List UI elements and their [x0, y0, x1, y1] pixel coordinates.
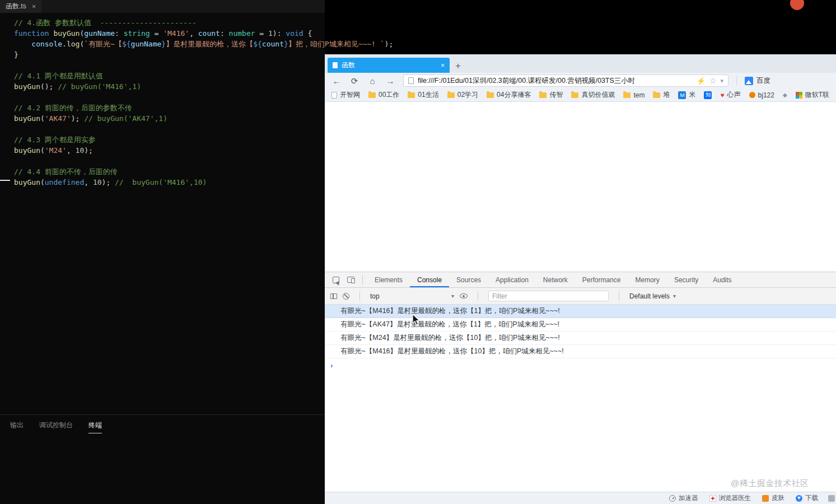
devtools-tab-audits[interactable]: Audits — [706, 272, 739, 287]
folder-icon — [623, 92, 630, 98]
console-output: 有眼光~【M416】是村里最靓的枪，送你【1】把，咱们P城来相见~~~!有眼光~… — [325, 305, 836, 492]
bookmark-item[interactable]: 微软T联 — [796, 90, 829, 100]
bookmark-item[interactable]: bj122 — [749, 91, 774, 99]
console-messages: 有眼光~【M416】是村里最靓的枪，送你【1】把，咱们P城来相见~~~!有眼光~… — [325, 305, 836, 358]
bookmark-item[interactable]: tem — [623, 91, 644, 99]
browser-tab[interactable]: 函数 × — [328, 58, 450, 73]
bookmark-item[interactable]: 01生活 — [408, 90, 438, 100]
devtools-tab-sources[interactable]: Sources — [449, 272, 488, 287]
baidu-icon — [745, 77, 753, 85]
statusbar-item-doctor[interactable]: 浏览器医生 — [709, 494, 751, 502]
inspect-element-icon[interactable] — [333, 277, 339, 283]
code-token: gunName — [131, 40, 162, 48]
code-line: buyGun('M24', 10); — [14, 145, 325, 156]
code-token: `有眼光~【 — [84, 40, 122, 48]
context-selector[interactable]: top ▾ — [370, 292, 454, 300]
bookmark-favicon-icon — [749, 92, 755, 98]
folder-icon — [368, 92, 376, 98]
bookmark-label: 堆 — [663, 90, 670, 100]
statusbar-label: 皮肤 — [772, 494, 784, 502]
devtools-tab-network[interactable]: Network — [536, 272, 575, 287]
browser-tab-title: 函数 — [342, 60, 437, 70]
bookmark-label: bj122 — [758, 91, 774, 99]
statusbar-more-icon[interactable] — [828, 495, 835, 502]
code-token: ); — [71, 114, 84, 123]
toolbar-separator — [736, 76, 737, 86]
code-line: function buyGun(gunName: string = 'M416'… — [14, 28, 325, 39]
code-token: buyGun — [14, 146, 40, 155]
console-prompt[interactable]: › — [325, 358, 836, 372]
bookmark-item[interactable]: 02学习 — [447, 90, 478, 100]
tab-close-icon[interactable]: × — [441, 62, 445, 69]
bookmark-label: 传智 — [549, 90, 563, 100]
bookmark-item[interactable]: ◆ — [783, 92, 787, 98]
code-token: count — [262, 40, 284, 48]
log-levels-selector[interactable]: Default levels ▾ — [629, 292, 676, 300]
statusbar-item-speed[interactable]: 加速器 — [669, 494, 698, 502]
url-text[interactable]: file:///F:/01Edu/01深圳/02.3前端/00.课程研发/00.… — [418, 76, 693, 86]
folder-icon — [447, 92, 455, 98]
devtools-tab-application[interactable]: Application — [488, 272, 536, 287]
code-token — [14, 40, 31, 48]
statusbar-label: 加速器 — [679, 494, 698, 502]
bookmark-item[interactable]: 知 — [704, 91, 712, 99]
code-token: 1 — [268, 29, 273, 38]
bookmark-item[interactable]: 真切价值观 — [571, 90, 615, 100]
address-dropdown-icon[interactable]: ▾ — [720, 77, 723, 85]
folder-icon — [408, 92, 415, 98]
address-bar[interactable]: file:///F:/01Edu/01深圳/02.3前端/00.课程研发/00.… — [403, 74, 728, 87]
code-line: } — [14, 49, 325, 60]
bookmark-item[interactable]: 传智 — [539, 90, 563, 100]
console-sidebar-icon[interactable] — [330, 293, 337, 299]
devtools-tab-performance[interactable]: Performance — [575, 272, 628, 287]
bookmark-item[interactable]: 开智网 — [331, 90, 360, 100]
code-token: // 4.3 两个都是用实参 — [14, 136, 96, 144]
bookmark-item[interactable]: M米 — [678, 90, 695, 100]
editor-tab[interactable]: 函数.ts × — [0, 0, 41, 13]
panel-tab-output[interactable]: 输出 — [10, 421, 24, 433]
statusbar-item-download[interactable]: 下载 — [796, 494, 818, 502]
clear-console-icon[interactable] — [343, 293, 349, 300]
devtools-tab-elements[interactable]: Elements — [367, 272, 410, 287]
bookmark-item[interactable]: ♥心声 — [720, 90, 740, 100]
code-token: buyGun — [14, 114, 40, 123]
code-line: // 4.函数 参数默认值 ---------------------- — [14, 17, 325, 28]
devtools-tab-console[interactable]: Console — [410, 272, 449, 287]
bookmark-item[interactable]: 堆 — [653, 90, 670, 100]
chevron-down-icon: ▾ — [451, 293, 454, 299]
code-token: buyGun — [53, 29, 80, 38]
devtools-tab-memory[interactable]: Memory — [628, 272, 667, 287]
code-token: 】是村里最靓的枪，送你【 — [166, 40, 253, 48]
code-token: console — [31, 40, 62, 48]
console-message: 有眼光~【M416】是村里最靓的枪，送你【10】把，咱们P城来相见~~~! — [325, 345, 836, 358]
code-line: // 4.3 两个都是用实参 — [14, 134, 325, 145]
devtools-tab-security[interactable]: Security — [667, 272, 706, 287]
bookmark-label: tem — [633, 91, 644, 99]
panel-tab-terminal[interactable]: 终端 — [88, 421, 102, 433]
bookmark-item[interactable]: 00工作 — [368, 90, 399, 100]
toolbar-separator — [619, 291, 619, 301]
search-engine-selector[interactable]: 百度 — [745, 76, 770, 86]
forward-icon[interactable]: → — [385, 77, 395, 85]
code-editor[interactable]: // 4.函数 参数默认值 ----------------------func… — [0, 13, 325, 188]
console-filter-input[interactable] — [488, 291, 609, 301]
live-expression-eye-icon[interactable] — [460, 293, 468, 298]
bookmark-item[interactable]: 04分享播客 — [487, 90, 531, 100]
prompt-chevron-icon: › — [330, 361, 333, 370]
reload-icon[interactable]: ⟳ — [349, 77, 359, 85]
code-token: ); — [102, 178, 115, 186]
code-line: buyGun(); // buyGun('M416',1) — [14, 81, 325, 92]
code-token: : — [220, 29, 229, 38]
code-token: 'AK47' — [45, 114, 71, 123]
editor-tab-close-icon[interactable]: × — [32, 2, 36, 11]
speed-icon — [669, 495, 676, 502]
home-icon[interactable]: ⌂ — [367, 77, 377, 85]
bookmark-star-icon[interactable]: ☆ — [709, 76, 717, 85]
device-toolbar-icon[interactable] — [347, 277, 354, 283]
lightning-icon[interactable]: ⚡ — [697, 77, 706, 85]
back-icon[interactable]: ← — [331, 77, 342, 85]
code-token: 】把，咱们P城来相见~~~! ` — [288, 40, 385, 48]
new-tab-button[interactable]: + — [455, 61, 461, 71]
statusbar-item-skin[interactable]: 皮肤 — [762, 494, 784, 502]
panel-tab-debug-console[interactable]: 调试控制台 — [39, 421, 73, 433]
